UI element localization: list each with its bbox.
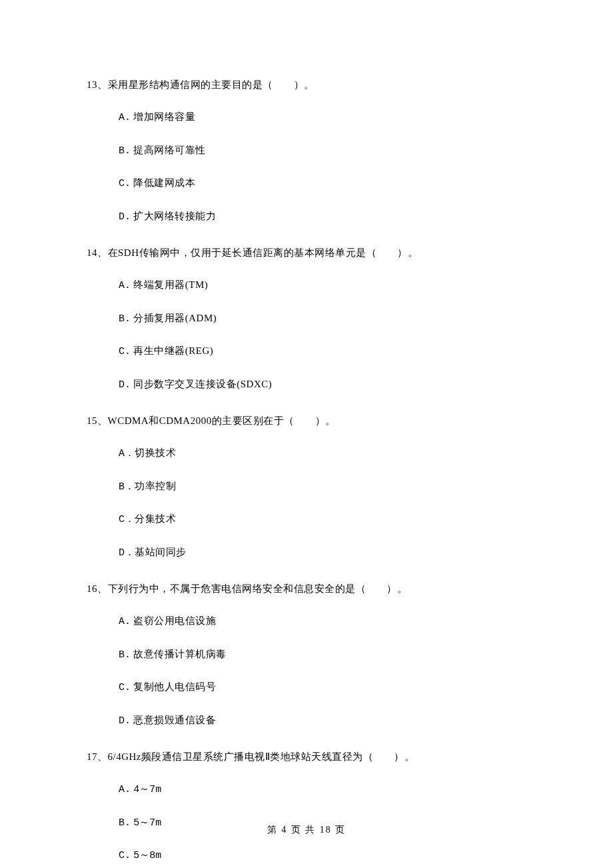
option-text: 分插复用器(ADM) [133, 313, 217, 323]
option-c: C．分集技术 [87, 511, 526, 528]
option-c: C. 5～8m [87, 847, 526, 864]
option-b: B. 故意传播计算机病毒 [87, 647, 526, 663]
option-text: 恶意损毁通信设备 [133, 715, 216, 725]
option-text: 增加网络容量 [133, 111, 195, 122]
option-letter: B． [119, 481, 135, 493]
option-letter: A. [119, 112, 131, 123]
option-letter: A. [119, 616, 131, 627]
option-text: 再生中继器(REG) [133, 345, 213, 356]
question-number: 13、 [87, 79, 108, 90]
question-stem: WCDMA和CDMA2000的主要区别在于（ ）。 [108, 415, 336, 426]
question-15: 15、WCDMA和CDMA2000的主要区别在于（ ）。 A．切换技术 B．功率… [87, 413, 526, 561]
option-a: A. 增加网络容量 [87, 109, 526, 126]
option-letter: B. [119, 649, 131, 661]
question-number: 15、 [87, 415, 108, 426]
option-a: A. 4～7m [87, 781, 526, 798]
option-c: C. 复制他人电信码号 [87, 679, 526, 696]
option-text: 切换技术 [135, 447, 176, 458]
option-text: 基站间同步 [135, 547, 187, 557]
page-content: 13、采用星形结构通信网的主要目的是（ ）。 A. 增加网络容量 B. 提高网络… [0, 0, 613, 868]
option-letter: A. [119, 280, 131, 291]
option-text: 功率控制 [135, 481, 176, 491]
option-a: A. 盗窃公用电信设施 [87, 613, 526, 630]
question-text: 16、下列行为中，不属于危害电信网络安全和信息安全的是（ ）。 [87, 581, 526, 597]
option-text: 故意传播计算机病毒 [133, 649, 227, 659]
option-text: 4～7m [133, 784, 161, 795]
option-b: B. 分插复用器(ADM) [87, 311, 526, 327]
page-footer: 第 4 页 共 18 页 [0, 824, 613, 836]
question-16: 16、下列行为中，不属于危害电信网络安全和信息安全的是（ ）。 A. 盗窃公用电… [87, 581, 526, 729]
option-letter: D． [119, 547, 135, 559]
question-text: 15、WCDMA和CDMA2000的主要区别在于（ ）。 [87, 413, 526, 429]
option-letter: B. [119, 145, 131, 157]
option-text: 分集技术 [135, 513, 176, 524]
option-letter: D. [119, 379, 131, 391]
question-17: 17、6/4GHz频段通信卫星系统广播电视Ⅱ类地球站天线直径为（ ）。 A. 4… [87, 749, 526, 868]
question-stem: 下列行为中，不属于危害电信网络安全和信息安全的是（ ）。 [108, 583, 408, 594]
option-a: A．切换技术 [87, 445, 526, 462]
question-14: 14、在SDH传输网中，仅用于延长通信距离的基本网络单元是（ ）。 A. 终端复… [87, 245, 526, 393]
option-letter: D. [119, 715, 131, 727]
option-b: B．功率控制 [87, 479, 526, 495]
option-text: 扩大网络转接能力 [133, 211, 216, 221]
option-text: 盗窃公用电信设施 [133, 615, 216, 626]
question-number: 16、 [87, 583, 108, 594]
option-a: A. 终端复用器(TM) [87, 277, 526, 294]
option-d: D. 恶意损毁通信设备 [87, 713, 526, 729]
option-text: 复制他人电信码号 [133, 681, 216, 692]
option-letter: B. [119, 313, 131, 325]
option-b: B. 提高网络可靠性 [87, 143, 526, 159]
option-c: C. 降低建网成本 [87, 175, 526, 192]
option-text: 5～8m [133, 850, 161, 861]
option-text: 终端复用器(TM) [133, 279, 208, 290]
question-number: 14、 [87, 247, 108, 258]
option-letter: A． [119, 448, 135, 459]
option-c: C. 再生中继器(REG) [87, 343, 526, 360]
question-text: 17、6/4GHz频段通信卫星系统广播电视Ⅱ类地球站天线直径为（ ）。 [87, 749, 526, 765]
option-letter: C． [119, 514, 135, 525]
question-number: 17、 [87, 751, 108, 762]
option-letter: D. [119, 211, 131, 223]
option-text: 降低建网成本 [133, 177, 195, 188]
option-letter: C. [119, 850, 131, 861]
option-letter: C. [119, 346, 131, 357]
question-text: 13、采用星形结构通信网的主要目的是（ ）。 [87, 77, 526, 93]
option-letter: C. [119, 682, 131, 693]
option-d: D. 扩大网络转接能力 [87, 209, 526, 225]
option-d: D．基站间同步 [87, 545, 526, 561]
option-letter: C. [119, 178, 131, 189]
option-text: 同步数字交叉连接设备(SDXC) [133, 379, 272, 389]
question-stem: 采用星形结构通信网的主要目的是（ ）。 [108, 79, 314, 90]
option-d: D. 同步数字交叉连接设备(SDXC) [87, 377, 526, 393]
question-13: 13、采用星形结构通信网的主要目的是（ ）。 A. 增加网络容量 B. 提高网络… [87, 77, 526, 225]
option-letter: A. [119, 784, 131, 795]
question-stem: 在SDH传输网中，仅用于延长通信距离的基本网络单元是（ ）。 [108, 247, 418, 258]
question-stem: 6/4GHz频段通信卫星系统广播电视Ⅱ类地球站天线直径为（ ）。 [108, 751, 415, 762]
option-text: 提高网络可靠性 [133, 145, 206, 155]
question-text: 14、在SDH传输网中，仅用于延长通信距离的基本网络单元是（ ）。 [87, 245, 526, 261]
